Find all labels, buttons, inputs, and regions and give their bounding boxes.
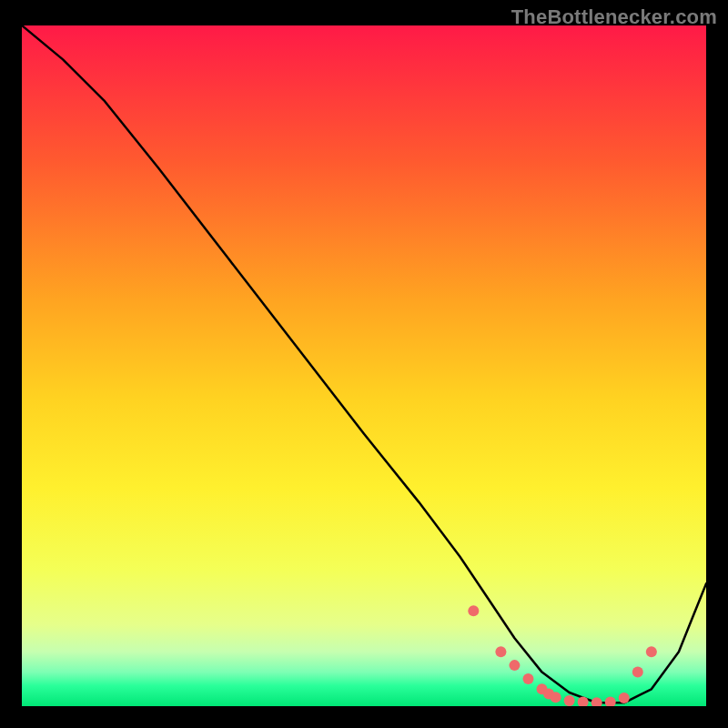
marker-point [646, 646, 657, 657]
marker-point [551, 692, 561, 703]
plot-area [22, 25, 706, 706]
marker-point [564, 695, 575, 706]
marker-point [522, 673, 533, 684]
marker-point [509, 660, 520, 671]
marker-point [619, 693, 630, 703]
marker-point [632, 667, 643, 678]
marker-point [495, 646, 506, 657]
chart-root: TheBottlenecker.com [0, 0, 728, 728]
marker-point [468, 605, 479, 616]
chart-svg [22, 25, 706, 706]
